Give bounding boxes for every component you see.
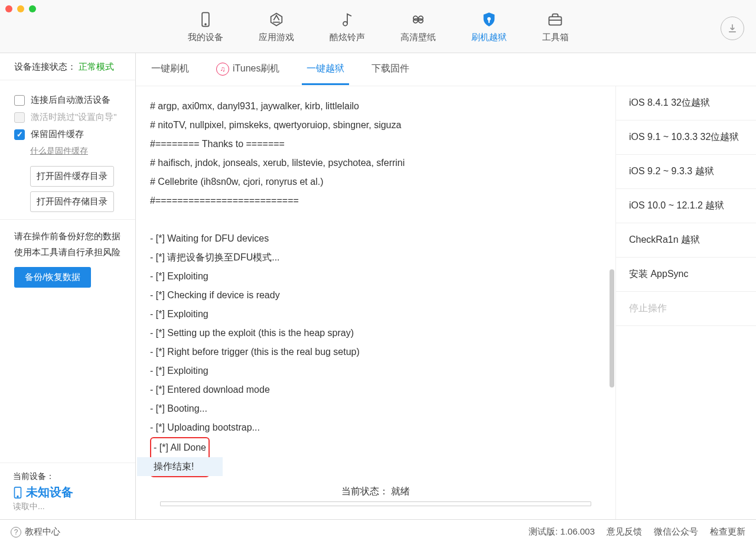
log-line: #======== Thanks to ======= (150, 135, 601, 154)
open-store-dir-button[interactable]: 打开固件存储目录 (30, 191, 114, 212)
svg-point-1 (205, 24, 206, 25)
clover-icon (410, 11, 426, 28)
checkbox-label: 激活时跳过"设置向导" (31, 112, 117, 123)
log-line: # nitoTV, nullpixel, pimskeks, qwertyoru… (150, 116, 601, 135)
subtab-bar: 一键刷机 ♫ iTunes刷机 一键越狱 下载固件 (136, 53, 756, 86)
what-is-cache-link[interactable]: 什么是固件缓存 (30, 146, 88, 157)
tab-label: 工具箱 (542, 32, 569, 43)
tab-wallpapers[interactable]: 高清壁纸 (400, 11, 436, 43)
jailbreak-option[interactable]: iOS 9.2 ~ 9.3.3 越狱 (616, 155, 756, 189)
conn-status-label: 设备连接状态： (14, 61, 76, 71)
music-note-icon (339, 11, 356, 28)
checkbox-auto-activate-row[interactable]: 连接后自动激活设备 (14, 95, 125, 106)
jailbreak-option: 停止操作 (616, 292, 756, 326)
log-line: - [*] Exploiting (150, 361, 601, 380)
main-content: 一键刷机 ♫ iTunes刷机 一键越狱 下载固件 # argp, axi0mx… (136, 53, 756, 519)
checkbox-skip-setup-row: 激活时跳过"设置向导" (14, 112, 125, 123)
downloads-button[interactable] (721, 17, 744, 40)
jailbreak-option[interactable]: iOS 9.1 ~ 10.3.3 32位越狱 (616, 120, 756, 155)
tab-label: 应用游戏 (259, 32, 294, 43)
connection-status: 设备连接状态： 正常模式 (14, 61, 125, 73)
checkbox-label: 连接后自动激活设备 (31, 95, 110, 106)
check-update-link[interactable]: 检查更新 (710, 526, 745, 538)
itunes-icon: ♫ (216, 63, 229, 76)
jailbreak-option[interactable]: iOS 8.4.1 32位越狱 (616, 86, 756, 120)
shield-icon (481, 11, 497, 28)
log-line: - [*] Setting up the exploit (this is th… (150, 324, 601, 343)
tab-flash-jailbreak[interactable]: 刷机越狱 (471, 11, 507, 43)
log-line: - [*] Uploading bootstrap... (150, 418, 601, 437)
svg-rect-4 (549, 17, 562, 25)
highlighted-completion-box: - [*] All Done 操作结束! (150, 437, 210, 477)
tab-label: 我的设备 (188, 32, 223, 43)
close-window-button[interactable] (5, 5, 12, 12)
log-line: - [*] Waiting for DFU devices (150, 229, 601, 248)
checkbox-keep-cache-row[interactable]: 保留固件缓存 (14, 129, 125, 140)
help-center-link[interactable]: ? 教程中心 (11, 526, 60, 538)
log-line: - [*] Exploiting (150, 267, 601, 286)
jailbreak-options-panel: iOS 8.4.1 32位越狱iOS 9.1 ~ 10.3.3 32位越狱iOS… (616, 86, 756, 519)
svg-point-2 (343, 22, 347, 26)
current-device-name[interactable]: 未知设备 (13, 484, 125, 500)
jailbreak-option[interactable]: iOS 10.0 ~ 12.1.2 越狱 (616, 189, 756, 223)
log-area[interactable]: # argp, axi0mx, danyl931, jaywalker, kir… (136, 86, 615, 477)
app-store-icon (268, 11, 285, 28)
status-bar: 当前状态： 就绪 (136, 477, 615, 519)
log-line: #========================== (150, 191, 601, 210)
status-label: 当前状态： (341, 486, 389, 496)
wechat-link[interactable]: 微信公众号 (654, 526, 698, 538)
subtab-itunes-flash[interactable]: ♫ iTunes刷机 (216, 63, 279, 77)
log-line: # argp, axi0mx, danyl931, jaywalker, kir… (150, 97, 601, 116)
checkbox-label: 保留固件缓存 (31, 129, 84, 140)
minimize-window-button[interactable] (17, 5, 24, 12)
subtab-download-firmware[interactable]: 下载固件 (372, 63, 409, 76)
top-nav: 我的设备 应用游戏 酷炫铃声 高清壁纸 刷机越狱 (0, 0, 756, 43)
subtab-one-key-flash[interactable]: 一键刷机 (151, 63, 189, 76)
current-device-section: 当前设备： 未知设备 读取中... (0, 462, 135, 519)
phone-icon (13, 486, 22, 499)
version-text: 测试版: 1.06.003 (529, 526, 595, 538)
subtab-label: 一键刷机 (151, 63, 189, 75)
sidebar: 设备连接状态： 正常模式 连接后自动激活设备 激活时跳过"设置向导" 保留固件缓… (0, 53, 136, 519)
scrollbar-thumb[interactable] (610, 269, 614, 387)
log-line: 操作结束! (137, 457, 223, 476)
svg-point-6 (17, 496, 18, 497)
warning-text: 请在操作前备份好您的数据 使用本工具请自行承担风险 (14, 228, 125, 260)
device-reading-status: 读取中... (13, 501, 125, 512)
tab-label: 酷炫铃声 (330, 32, 365, 43)
log-line (150, 210, 601, 229)
checkbox-auto-activate[interactable] (14, 95, 25, 106)
open-cache-dir-button[interactable]: 打开固件缓存目录 (30, 166, 114, 187)
log-line: - [*] Checking if device is ready (150, 286, 601, 305)
jailbreak-option[interactable]: CheckRa1n 越狱 (616, 223, 756, 258)
checkbox-keep-cache[interactable] (14, 129, 25, 140)
tab-my-device[interactable]: 我的设备 (188, 11, 223, 43)
warn-line: 请在操作前备份好您的数据 (14, 228, 125, 244)
tab-ringtones[interactable]: 酷炫铃声 (330, 11, 365, 43)
tab-label: 高清壁纸 (400, 32, 436, 43)
log-panel: # argp, axi0mx, danyl931, jaywalker, kir… (136, 86, 616, 519)
window-controls (5, 5, 36, 12)
feedback-link[interactable]: 意见反馈 (607, 526, 642, 538)
tab-toolbox[interactable]: 工具箱 (542, 11, 569, 43)
progress-bar (160, 501, 591, 506)
jailbreak-option[interactable]: 安装 AppSync (616, 258, 756, 292)
maximize-window-button[interactable] (29, 5, 36, 12)
backup-restore-button[interactable]: 备份/恢复数据 (14, 267, 91, 288)
log-line: - [*] 请把设备切换至DFU模式... (150, 248, 601, 267)
footer: ? 教程中心 测试版: 1.06.003 意见反馈 微信公众号 检查更新 (0, 519, 756, 544)
help-center-label: 教程中心 (25, 526, 60, 538)
log-line: - [*] Entered download mode (150, 380, 601, 399)
log-line: - [*] All Done (154, 438, 206, 457)
subtab-one-key-jailbreak[interactable]: 一键越狱 (307, 63, 344, 76)
conn-status-value: 正常模式 (79, 61, 114, 71)
log-line: - [*] Exploiting (150, 305, 601, 324)
device-icon (197, 11, 214, 28)
tab-apps[interactable]: 应用游戏 (259, 11, 294, 43)
current-device-label: 当前设备： (13, 471, 125, 482)
log-line: # Cellebrite (ih8sn0w, cjori, ronyrus et… (150, 172, 601, 191)
tab-label: 刷机越狱 (471, 32, 507, 43)
log-line: - [*] Right before trigger (this is the … (150, 343, 601, 361)
titlebar: 我的设备 应用游戏 酷炫铃声 高清壁纸 刷机越狱 (0, 0, 756, 53)
subtab-label: iTunes刷机 (233, 63, 279, 75)
